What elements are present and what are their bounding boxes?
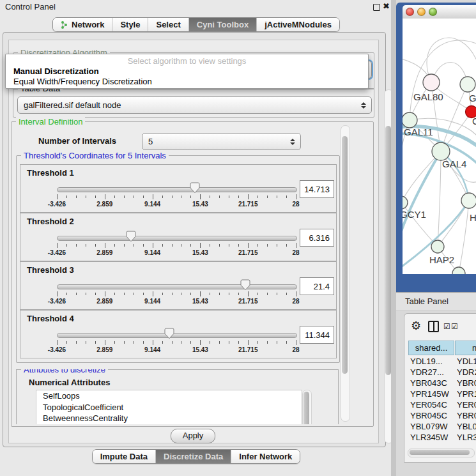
bottom-tab-bar: Impute DataDiscretize DataInfer Network — [0, 449, 392, 464]
slider-ticks — [57, 194, 296, 200]
table-toolbar: ⚙ ☑ ☑ — [404, 314, 476, 339]
table-panel-titlebar: Table Panel — [396, 292, 476, 311]
tab-cyni-toolbox[interactable]: Cyni Toolbox — [188, 18, 256, 31]
top-tab-bar: NetworkStyleSelectCyni ToolboxjActiveMNo… — [0, 17, 392, 32]
node-gal11 — [403, 112, 417, 128]
slider-handle-icon[interactable] — [126, 231, 136, 242]
column-header-shared-name[interactable]: shared... — [408, 341, 454, 355]
algorithm-placeholder: Select algorithm to view settings — [6, 54, 368, 66]
tab-style[interactable]: Style — [112, 18, 148, 31]
node-gal80 — [423, 74, 440, 91]
tab-label: Infer Network — [239, 452, 292, 461]
table-panel-title: Table Panel — [405, 296, 449, 306]
tab-label: jActiveMNodules — [265, 20, 332, 29]
table-row[interactable]: YBL079WYBL0 — [408, 421, 476, 432]
threshold-label: Threshold 2 — [27, 217, 74, 226]
numerical-attributes-label: Numerical Attributes — [29, 378, 110, 387]
float-window-icon[interactable] — [373, 4, 380, 11]
node-label-hap2: HAP2 — [429, 254, 454, 265]
close-icon[interactable]: ✖ — [383, 1, 390, 11]
num-intervals-select[interactable]: 5 — [142, 133, 301, 150]
table-row[interactable]: YLR345WYLR3 — [408, 432, 476, 443]
threshold-label: Threshold 4 — [27, 314, 74, 323]
threshold-panel: Threshold 2 6.316 -3.4262.8599.14415.432… — [20, 213, 337, 261]
slider-rail[interactable] — [57, 333, 297, 338]
node-label-gal4: GAL4 — [442, 158, 466, 169]
tab-network[interactable]: Network — [53, 18, 112, 31]
slider-tick-labels: -3.4262.8599.14415.4321.71528 — [57, 346, 296, 354]
table-row[interactable]: YDR27...YDR2 — [408, 367, 476, 378]
threshold-value-field[interactable]: 6.316 — [300, 229, 334, 247]
node-label-c: C — [472, 116, 476, 127]
close-traffic-light-icon[interactable] — [406, 8, 414, 16]
slider-handle-icon[interactable] — [240, 279, 250, 291]
table-row[interactable]: YDL19...YDL1 — [408, 356, 476, 367]
attributes-list[interactable]: SelfLoopsTopologicalCoefficientBetweenne… — [36, 390, 302, 424]
network-window-titlebar[interactable] — [403, 5, 476, 19]
table-row[interactable]: YPR145WYPR1 — [408, 388, 476, 399]
attribute-item-selfloops[interactable]: SelfLoops — [36, 390, 302, 402]
table-row[interactable]: YBR045CYBR0 — [408, 410, 476, 421]
checkbox-checked-icon[interactable]: ☑ — [451, 322, 458, 331]
tab-infer-network[interactable]: Infer Network — [231, 450, 300, 463]
slider-ticks — [57, 291, 296, 297]
network-view-window: GAL80GACGAL11GAL4GCY1HHAP2 — [396, 3, 476, 292]
slider-tick-labels: -3.4262.8599.14415.4321.71528 — [57, 298, 296, 305]
table-row[interactable]: YER054CYER0 — [408, 399, 476, 410]
tick-label: 15.43 — [192, 298, 208, 305]
tab-label: Impute Data — [100, 452, 148, 461]
slider-tick-labels: -3.4262.8599.14415.4321.71528 — [57, 249, 296, 257]
slider-tick-labels: -3.4262.8599.14415.4321.71528 — [57, 201, 296, 208]
tick-label: 9.144 — [144, 346, 160, 353]
node-label-gal80: GAL80 — [413, 91, 443, 102]
tick-label: 15.43 — [192, 346, 208, 353]
slider-rail[interactable] — [57, 187, 297, 192]
tick-label: 2.859 — [96, 201, 112, 208]
network-canvas[interactable]: GAL80GACGAL11GAL4GCY1HHAP2 — [403, 19, 476, 274]
threshold-panel: Threshold 1 14.713 -3.4262.8599.14415.43… — [20, 164, 337, 213]
gear-icon[interactable]: ⚙ — [411, 319, 421, 333]
threshold-value-field[interactable]: 14.713 — [300, 180, 334, 198]
table-data-select[interactable]: galFiltered.sif default node — [17, 96, 372, 114]
tick-label: 21.715 — [238, 346, 258, 353]
tab-impute-data[interactable]: Impute Data — [93, 450, 155, 463]
attributes-clip: Attributes to discretize Numerical Attri… — [11, 369, 369, 424]
slider-handle-icon[interactable] — [190, 182, 200, 194]
tick-label: -3.426 — [48, 298, 66, 305]
tick-label: 21.715 — [238, 298, 258, 305]
tick-label: 15.43 — [192, 201, 208, 208]
zoom-traffic-light-icon[interactable] — [429, 8, 437, 16]
minimize-traffic-light-icon[interactable] — [417, 8, 426, 16]
node-h — [461, 193, 476, 208]
threshold-panel: Threshold 4 11.344 -3.4262.8599.14415.43… — [20, 310, 337, 358]
tick-label: 28 — [292, 201, 299, 208]
threshold-value-field[interactable]: 11.344 — [300, 326, 334, 344]
apply-button[interactable]: Apply — [171, 429, 215, 443]
node-label-gal11: GAL11 — [404, 127, 433, 137]
algorithm-option-equal-width[interactable]: Equal Width/Frequency Discretization — [6, 76, 368, 86]
node-table: shared... na YDL19...YDL1YDR27...YDR2YBR… — [408, 341, 476, 443]
column-header-name[interactable]: na — [455, 341, 476, 355]
tab-jactivemnodules[interactable]: jActiveMNodules — [256, 18, 339, 31]
slider-rail[interactable] — [57, 284, 297, 289]
slider-rail[interactable] — [57, 236, 297, 241]
node-top-right — [460, 77, 475, 92]
tick-label: 2.859 — [96, 298, 112, 305]
threshold-value-field[interactable]: 21.4 — [300, 277, 334, 295]
table-horizontal-scrollbar[interactable] — [408, 449, 475, 457]
table-row[interactable]: YBR043CYBR0 — [408, 378, 476, 388]
checkbox-checked-icon[interactable]: ☑ — [443, 322, 450, 331]
attributes-scrollbar[interactable] — [302, 390, 312, 424]
panel-divider[interactable] — [391, 0, 396, 476]
tab-discretize-data[interactable]: Discretize Data — [155, 450, 231, 463]
algorithm-option-manual[interactable]: Manual Discretization — [6, 66, 368, 76]
slider-handle-icon[interactable] — [164, 328, 174, 339]
tab-select[interactable]: Select — [148, 18, 188, 31]
columns-icon[interactable] — [428, 321, 439, 332]
attribute-item-betweennesscentrality[interactable]: BetweennessCentrality — [36, 413, 302, 424]
interval-definition-title: Interval Definition — [16, 117, 85, 127]
attribute-item-topologicalcoefficient[interactable]: TopologicalCoefficient — [36, 402, 302, 413]
tick-label: -3.426 — [48, 249, 66, 256]
threshold-panel: Threshold 3 21.4 -3.4262.8599.14415.4321… — [20, 261, 337, 310]
tick-label: 21.715 — [238, 249, 258, 256]
